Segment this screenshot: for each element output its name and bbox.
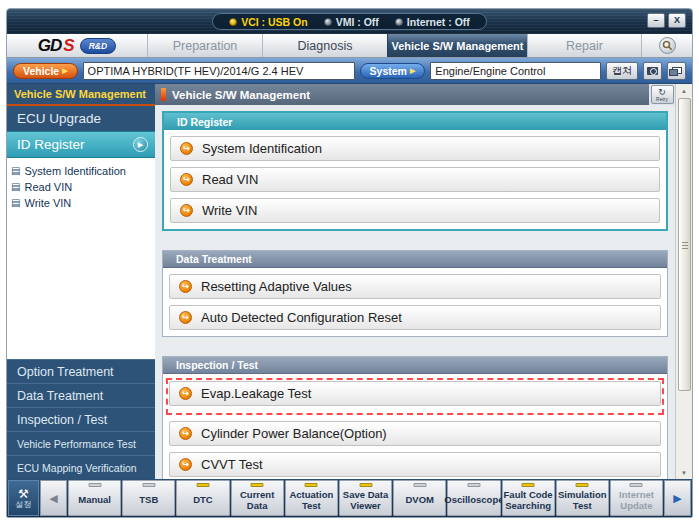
system-select-button[interactable]: System ▶ (360, 63, 426, 79)
vehicle-select-button[interactable]: Vehicle ▶ (13, 63, 78, 79)
sidebar-item-inspection-test[interactable]: Inspection / Test (7, 407, 155, 431)
settings-button[interactable]: ⚒ 설정 (8, 480, 39, 516)
toolbar-button-label: Current Data (232, 490, 283, 511)
camera-icon (647, 67, 658, 75)
go-arrow-icon: ↪ (179, 387, 192, 400)
sidebar-subitem-read-vin[interactable]: ▤ Read VIN (11, 181, 151, 193)
menu-item-system-identification[interactable]: ↪ System Identification (170, 136, 660, 161)
go-arrow-icon: ↪ (180, 204, 193, 217)
retry-button[interactable]: ↻ Retry (651, 85, 674, 104)
menu-item-read-vin[interactable]: ↪ Read VIN (170, 167, 660, 192)
sidebar-subitem-system-identification[interactable]: ▤ System Identification (11, 165, 151, 177)
indicator-light (359, 483, 372, 487)
sidebar-subitem-write-vin[interactable]: ▤ Write VIN (11, 197, 151, 209)
vehicle-system-bar: Vehicle ▶ System ▶ 캡쳐 (7, 58, 692, 84)
toolbar-button-label: Manual (77, 495, 112, 505)
toolbar-button-actuation-test[interactable]: Actuation Test (285, 480, 338, 516)
section-inspection-test: Inspection / Test ↪ Evap.Leakage Test ↪ … (162, 356, 668, 479)
menu-item-cvvt-test[interactable]: ↪ CVVT Test (169, 452, 661, 477)
subitem-label: Read VIN (24, 181, 72, 193)
sidebar: Vehicle S/W Management ECU Upgrade ID Re… (7, 84, 155, 479)
sidebar-item-id-register[interactable]: ID Register ▶ (7, 131, 155, 158)
tab-diagnosis[interactable]: Diagnosis (262, 34, 387, 57)
prev-page-button[interactable]: ◀ (40, 480, 67, 516)
content-header: Vehicle S/W Management (155, 84, 649, 105)
scroll-grip-icon (682, 241, 688, 249)
go-arrow-icon: ↪ (179, 280, 192, 293)
right-arrow-icon: ▶ (673, 492, 681, 505)
content-column: Vehicle S/W Management ↻ Retry ID Regist… (155, 84, 675, 479)
menu-item-resetting-adaptive-values[interactable]: ↪ Resetting Adaptive Values (169, 274, 661, 299)
list-icon: ▤ (11, 198, 20, 208)
menu-item-write-vin[interactable]: ↪ Write VIN (170, 198, 660, 223)
tab-vehicle-sw-management[interactable]: Vehicle S/W Management (387, 34, 527, 57)
toolbar-button-fault-code-searching[interactable]: Fault Code Searching (502, 480, 555, 516)
minimize-button[interactable]: – (647, 13, 665, 28)
capture-button[interactable]: 캡쳐 (606, 62, 638, 80)
content-scroll-area: ID Register ↪ System Identification ↪ Re… (155, 105, 675, 479)
tab-preparation[interactable]: Preparation (147, 34, 262, 57)
title-bar: VCI : USB On VMI : Off Internet : Off – … (7, 9, 692, 34)
sidebar-item-ecu-mapping-verification[interactable]: ECU Mapping Verification (7, 455, 155, 479)
menu-item-cylinder-power-balance[interactable]: ↪ Cylinder Power Balance(Option) (169, 421, 661, 446)
scroll-down-icon: ▼ (681, 470, 687, 476)
chevron-right-icon: ▶ (62, 67, 67, 74)
search-button[interactable] (659, 37, 676, 54)
indicator-light (251, 483, 264, 487)
vmi-status: VMI : Off (324, 16, 379, 28)
vmi-status-label: VMI : Off (336, 16, 379, 28)
internet-status-dot-icon (395, 18, 403, 26)
tab-bar-spacer (642, 34, 692, 57)
retry-corner: ↻ Retry (649, 84, 675, 105)
app-window: VCI : USB On VMI : Off Internet : Off – … (6, 8, 693, 518)
toolbar-button-dvom[interactable]: DVOM (393, 480, 446, 516)
sidebar-item-data-treatment[interactable]: Data Treatment (7, 383, 155, 407)
go-arrow-icon: ↪ (179, 427, 192, 440)
go-arrow-icon: ↪ (179, 458, 192, 471)
scroll-down-button[interactable]: ▼ (676, 466, 692, 479)
indicator-light (576, 483, 589, 487)
left-arrow-icon: ◀ (49, 492, 57, 505)
toolbar-button-save-data-viewer[interactable]: Save Data Viewer (339, 480, 392, 516)
toolbar-button-tsb[interactable]: TSB (122, 480, 175, 516)
toolbar-button-current-data[interactable]: Current Data (231, 480, 284, 516)
menu-item-auto-detected-configuration-reset[interactable]: ↪ Auto Detected Configuration Reset (169, 305, 661, 330)
sidebar-item-ecu-upgrade[interactable]: ECU Upgrade (7, 106, 155, 131)
toolbar-button-manual[interactable]: Manual (68, 480, 121, 516)
subitem-label: Write VIN (24, 197, 71, 209)
vehicle-input[interactable] (83, 62, 355, 80)
system-input[interactable] (430, 62, 601, 80)
section-id-register: ID Register ↪ System Identification ↪ Re… (162, 111, 668, 231)
sidebar-item-option-treatment[interactable]: Option Treatment (7, 359, 155, 383)
toolbar-button-dtc[interactable]: DTC (176, 480, 229, 516)
screenshot-button[interactable] (643, 62, 662, 80)
tools-icon: ⚒ (18, 488, 29, 500)
search-icon (662, 40, 673, 51)
main-tab-bar: GDS R&D Preparation Diagnosis Vehicle S/… (7, 34, 692, 58)
toolbar-button-internet-update[interactable]: Internet Update (610, 480, 663, 516)
internet-status-label: Internet : Off (407, 16, 470, 28)
internet-status: Internet : Off (395, 16, 470, 28)
window-controls: – X (647, 13, 686, 28)
scroll-up-button[interactable]: ▲ (676, 84, 692, 97)
settings-label: 설정 (16, 501, 32, 509)
menu-item-label: System Identification (202, 141, 322, 156)
toolbar-button-oscilloscope[interactable]: Oscilloscope (447, 480, 500, 516)
id-register-arrow-button[interactable]: ▶ (133, 137, 148, 152)
toolbar-button-simulation-test[interactable]: Simulation Test (556, 480, 609, 516)
content-header-title: Vehicle S/W Management (172, 89, 310, 101)
connection-status-bar: VCI : USB On VMI : Off Internet : Off (212, 13, 487, 30)
gds-logo: GDS R&D (7, 34, 147, 57)
tab-repair[interactable]: Repair (527, 34, 642, 57)
menu-item-label: Write VIN (202, 203, 257, 218)
close-button[interactable]: X (668, 13, 686, 28)
scroll-thumb[interactable] (678, 98, 691, 391)
window-layout-button[interactable] (667, 62, 686, 80)
menu-item-evap-leakage-test[interactable]: ↪ Evap.Leakage Test (169, 381, 661, 406)
vci-status-dot-icon (229, 18, 237, 26)
sidebar-item-vehicle-performance-test[interactable]: Vehicle Performance Test (7, 431, 155, 455)
next-page-button[interactable]: ▶ (664, 480, 691, 516)
list-icon: ▤ (11, 182, 20, 192)
logo-swoosh: S (63, 36, 74, 56)
menu-item-label: Cylinder Power Balance(Option) (201, 426, 387, 441)
